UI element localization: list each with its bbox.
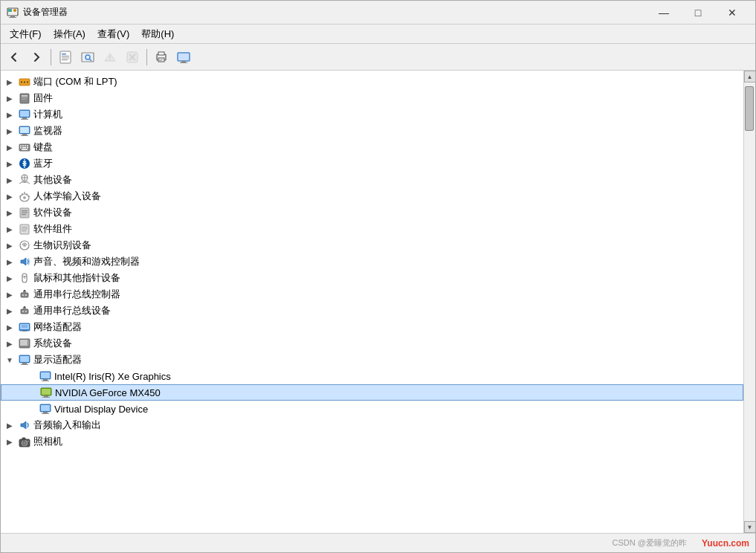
svg-rect-78: [22, 294, 24, 296]
tree-item-com-lpt[interactable]: ▶ 端口 (COM 和 LPT): [1, 74, 743, 90]
tree-item-monitor[interactable]: ▶ 监视器: [1, 123, 743, 139]
expand-sound[interactable]: ▶: [4, 256, 16, 268]
tree-item-audio-io[interactable]: ▶ 音频输入和输出: [1, 417, 743, 433]
titlebar-title: 设备管理器: [23, 6, 647, 19]
uninstall-button[interactable]: [122, 47, 143, 68]
expand-software-components[interactable]: ▶: [4, 223, 16, 235]
icon-computer: [18, 108, 31, 121]
svg-point-15: [109, 59, 111, 60]
svg-rect-84: [25, 311, 27, 312]
svg-rect-77: [21, 293, 28, 297]
tree-item-system[interactable]: ▶ 系统设备: [1, 335, 743, 352]
expand-hid[interactable]: ▶: [4, 190, 16, 202]
expand-com-lpt[interactable]: ▶: [4, 76, 16, 88]
expand-firmware[interactable]: ▶: [4, 92, 16, 104]
svg-rect-26: [181, 61, 186, 62]
svg-point-73: [23, 244, 26, 247]
tree-item-serial-devices[interactable]: ▶ 通用串行总线设备: [1, 303, 743, 319]
toolbar: [1, 44, 755, 71]
tree-item-keyboard[interactable]: ▶ 键盘: [1, 139, 743, 155]
svg-rect-25: [178, 54, 189, 60]
tree-item-bluetooth[interactable]: ▶ 蓝牙: [1, 155, 743, 172]
back-button[interactable]: [4, 47, 25, 68]
icon-audio-io: [18, 418, 31, 432]
tree-item-nvidia-mx450[interactable]: ▶ NVIDIA GeForce MX450: [1, 384, 743, 401]
svg-rect-37: [20, 111, 29, 117]
expand-serial-bus[interactable]: ▶: [4, 288, 16, 300]
statusbar-csdn: CSDN @爱睡觉的昨: [613, 537, 687, 549]
svg-rect-2: [9, 17, 16, 18]
svg-rect-35: [22, 99, 26, 100]
tree-item-virtual-display[interactable]: ▶ Virtual Display Device: [1, 401, 743, 417]
expand-keyboard[interactable]: ▶: [4, 141, 16, 153]
update-driver-button[interactable]: [100, 47, 120, 68]
expand-computer[interactable]: ▶: [4, 109, 16, 120]
label-keyboard: 键盘: [33, 140, 53, 154]
menu-action[interactable]: 操作(A): [48, 26, 91, 42]
expand-display[interactable]: ▼: [4, 354, 16, 366]
menu-file[interactable]: 文件(F): [4, 26, 48, 42]
menu-help[interactable]: 帮助(H): [135, 26, 180, 42]
svg-rect-52: [22, 149, 28, 151]
expand-biometric[interactable]: ▶: [4, 239, 16, 251]
scroll-down-button[interactable]: ▼: [744, 521, 756, 533]
tree-item-camera[interactable]: ▶ 照相机: [1, 433, 743, 450]
scroll-up-button[interactable]: ▲: [744, 71, 756, 83]
forward-button[interactable]: [26, 47, 47, 68]
main-content: ▶ 端口 (COM 和 LPT) ▶: [1, 71, 755, 533]
icon-biometric: [18, 239, 31, 252]
close-button[interactable]: ✕: [715, 1, 749, 25]
svg-point-115: [23, 442, 26, 444]
tree-item-hid[interactable]: ▶ 人体学输入设备: [1, 188, 743, 204]
tree-item-sound[interactable]: ▶ 声音、视频和游戏控制器: [1, 253, 743, 270]
tree-item-mouse[interactable]: ▶ 鼠标和其他指针设备: [1, 270, 743, 286]
svg-rect-46: [22, 146, 24, 147]
expand-network[interactable]: ▶: [4, 321, 16, 333]
tree-item-other-devices[interactable]: ▶ 其他设备: [1, 172, 743, 188]
svg-rect-112: [42, 413, 49, 414]
tree-item-software-devices[interactable]: ▶ 软件设备: [1, 204, 743, 221]
properties-button[interactable]: [55, 47, 76, 68]
scrollbar[interactable]: ▲ ▼: [743, 71, 755, 533]
label-audio-io: 音频输入和输出: [33, 418, 101, 432]
scroll-track[interactable]: [744, 83, 755, 521]
label-bluetooth: 蓝牙: [33, 157, 53, 170]
svg-rect-81: [24, 290, 25, 291]
expand-audio-io[interactable]: ▶: [4, 419, 16, 431]
expand-other-devices[interactable]: ▶: [4, 174, 16, 186]
expand-serial-devices[interactable]: ▶: [4, 305, 16, 317]
device-tree[interactable]: ▶ 端口 (COM 和 LPT) ▶: [1, 71, 743, 533]
scan-hardware-button[interactable]: [77, 47, 98, 68]
print-button[interactable]: [151, 47, 172, 68]
tree-item-software-components[interactable]: ▶ 软件组件: [1, 221, 743, 237]
svg-point-30: [24, 82, 25, 83]
expand-mouse[interactable]: ▶: [4, 272, 16, 284]
svg-rect-83: [22, 311, 24, 312]
tree-item-computer[interactable]: ▶ 计算机: [1, 106, 743, 123]
menubar: 文件(F) 操作(A) 查看(V) 帮助(H): [1, 25, 755, 44]
minimize-button[interactable]: —: [647, 1, 681, 25]
icon-com-lpt: [18, 75, 31, 88]
expand-monitor[interactable]: ▶: [4, 125, 16, 137]
label-monitor: 监视器: [33, 124, 62, 138]
expand-system[interactable]: ▶: [4, 337, 16, 349]
tree-item-biometric[interactable]: ▶ 生物识别设备: [1, 237, 743, 253]
tree-item-network[interactable]: ▶ 网络适配器: [1, 319, 743, 335]
svg-rect-66: [22, 210, 28, 211]
display-change-button[interactable]: [173, 47, 194, 68]
label-mouse: 鼠标和其他指针设备: [33, 271, 120, 285]
scroll-thumb[interactable]: [745, 86, 754, 131]
expand-camera[interactable]: ▶: [4, 436, 16, 447]
tree-item-firmware[interactable]: ▶ 固件: [1, 90, 743, 106]
tree-item-display[interactable]: ▼ 显示适配器: [1, 352, 743, 368]
expand-software-devices[interactable]: ▶: [4, 207, 16, 219]
svg-point-64: [23, 196, 26, 199]
expand-bluetooth[interactable]: ▶: [4, 158, 16, 169]
tree-item-serial-bus[interactable]: ▶ 通用串行总线控制器: [1, 286, 743, 303]
svg-rect-9: [62, 59, 68, 60]
menu-view[interactable]: 查看(V): [91, 26, 135, 42]
svg-rect-7: [62, 56, 69, 56]
icon-camera: [18, 435, 31, 448]
maximize-button[interactable]: □: [681, 1, 715, 25]
tree-item-intel-iris[interactable]: ▶ Intel(R) Iris(R) Xe Graphics: [1, 368, 743, 384]
